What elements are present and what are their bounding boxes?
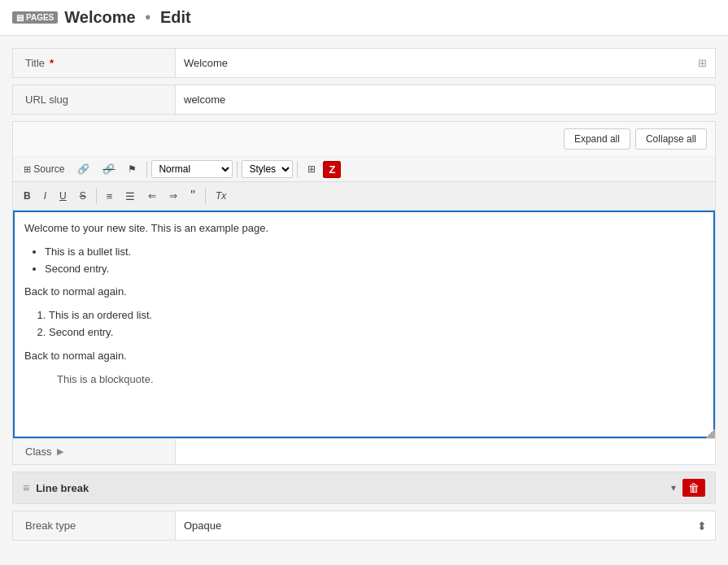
trash-icon: 🗑 [688,481,700,494]
break-type-select-wrap: Opaque Transparent [176,513,715,538]
title-separator: • [145,8,150,26]
section-bar-right: ▾ 🗑 [671,479,705,497]
copy-format-button[interactable]: ⊞ [302,160,321,178]
editor-content-area[interactable]: Welcome to your new site. This is an exa… [13,211,715,438]
bold-button[interactable]: B [18,187,37,205]
unlink-button[interactable]: 🔗 [97,160,120,178]
section-bar-left: ≡ Line break [23,481,89,494]
toolbar-sep3 [297,161,298,177]
pages-icon: ▤ [16,13,24,22]
link-icon: 🔗 [77,163,89,175]
link-button[interactable]: 🔗 [72,160,95,178]
toolbar-sep4 [96,188,97,204]
underline-button[interactable]: U [54,187,72,205]
break-type-select[interactable]: Opaque Transparent [176,513,715,538]
source-icon: ⊞ [24,164,31,175]
drag-handle-icon: ≡ [23,481,29,494]
ordered-list: This is an ordered list. Second entry. [49,307,704,341]
expand-all-button[interactable]: Expand all [564,128,630,150]
line-break-section-bar: ≡ Line break ▾ 🗑 [12,472,716,504]
class-input[interactable] [176,441,715,463]
class-arrow-icon[interactable]: ▶ [57,446,63,457]
slug-label: URL slug [13,85,176,114]
flag-icon: ⚑ [128,163,137,175]
editor-scroll-container: Welcome to your new site. This is an exa… [13,211,715,438]
editor-section: Expand all Collapse all ⊞ Source 🔗 🔗 ⚑ N… [12,121,716,465]
zotero-button[interactable]: Z [323,161,341,178]
title-row: Title * ⊞ [12,48,716,78]
class-label: Class ▶ [13,439,176,464]
main-content: Title * ⊞ URL slug Expand all Collapse a… [0,36,728,559]
unordered-list-button[interactable]: ☰ [120,187,141,206]
unordered-list-icon: ☰ [125,190,135,202]
class-row: Class ▶ [13,438,715,464]
unlink-icon: 🔗 [102,163,115,175]
ordered-list-icon: ≡ [107,190,113,202]
bullet-list: This is a bullet list. Second entry. [45,244,704,278]
italic-button[interactable]: I [38,187,52,205]
title-label: Title * [13,49,176,77]
editor-intro-para: Welcome to your new site. This is an exa… [24,220,704,237]
title-input[interactable] [176,50,690,76]
clear-format-button[interactable]: Tx [210,187,232,205]
bullet-item-2: Second entry. [45,261,704,278]
break-type-row: Break type Opaque Transparent [12,511,716,541]
editor-toolbar-row2: B I U S ≡ ☰ ⇐ ⇒ " Tx [13,182,715,211]
strikethrough-button[interactable]: S [74,187,92,205]
section-title: Line break [36,482,89,494]
back-to-normal-2: Back to normal again. [24,348,704,365]
back-to-normal-1: Back to normal again. [24,284,704,301]
title-field-icon: ⊞ [690,50,715,76]
required-indicator: * [50,57,54,69]
styles-select[interactable]: Styles [242,160,293,178]
indent-icon: ⇒ [169,190,177,202]
editor-top-bar: Expand all Collapse all [13,122,715,157]
toolbar-sep5 [205,188,206,204]
editor-toolbar-row1: ⊞ Source 🔗 🔗 ⚑ Normal Heading 1 Heading … [13,157,715,182]
collapse-all-button[interactable]: Collapse all [635,128,707,150]
copy-format-icon: ⊞ [307,163,316,175]
page-header: ▤ PAGES Welcome • Edit [0,0,728,36]
break-type-label: Break type [13,511,176,540]
slug-row: URL slug [12,85,716,115]
outdent-icon: ⇐ [148,190,156,202]
pages-badge: ▤ PAGES [12,11,58,24]
outdent-button[interactable]: ⇐ [142,187,162,205]
toolbar-sep2 [237,161,238,177]
bullet-item-1: This is a bullet list. [45,244,704,261]
indent-button[interactable]: ⇒ [163,187,183,205]
flag-button[interactable]: ⚑ [122,160,142,178]
toolbar-sep1 [146,161,147,177]
page-title: Welcome • Edit [64,8,190,27]
ordered-item-1: This is an ordered list. [49,307,704,324]
section-delete-button[interactable]: 🗑 [682,479,705,497]
slug-input[interactable] [176,87,715,112]
ordered-item-2: Second entry. [49,324,704,341]
source-button[interactable]: ⊞ Source [18,160,70,178]
ordered-list-button[interactable]: ≡ [101,187,119,206]
blockquote-content: This is a blockquote. [57,372,704,389]
editor-resize-handle[interactable] [705,428,715,438]
section-chevron-icon[interactable]: ▾ [671,482,676,493]
format-select[interactable]: Normal Heading 1 Heading 2 Heading 3 Pre… [151,160,233,178]
blockquote-button[interactable]: " [185,185,201,206]
